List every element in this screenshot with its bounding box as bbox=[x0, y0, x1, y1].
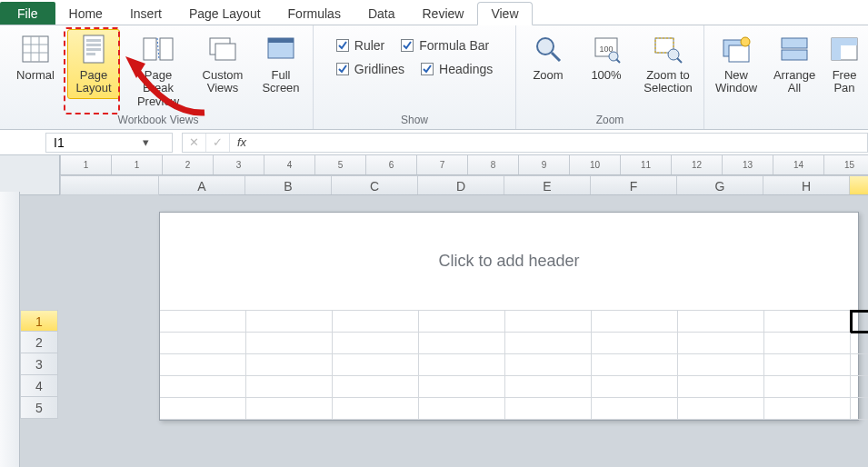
row-header-3[interactable]: 3 bbox=[20, 353, 58, 375]
cell[interactable] bbox=[333, 354, 419, 376]
cell[interactable] bbox=[764, 376, 851, 398]
cell[interactable] bbox=[764, 398, 851, 420]
row-header-5[interactable]: 5 bbox=[20, 397, 58, 419]
cell[interactable] bbox=[160, 311, 246, 333]
cell[interactable] bbox=[764, 354, 851, 376]
cell[interactable] bbox=[246, 311, 333, 333]
cancel-formula-icon[interactable]: ✕ bbox=[183, 134, 206, 152]
page-layout-view-button[interactable]: Page Layout bbox=[67, 29, 120, 99]
column-header-D[interactable]: D bbox=[418, 176, 504, 194]
tab-insert[interactable]: Insert bbox=[116, 2, 175, 25]
cell[interactable] bbox=[246, 398, 333, 420]
tab-review[interactable]: Review bbox=[409, 2, 478, 25]
row-header-2[interactable]: 2 bbox=[20, 332, 58, 353]
column-header-I[interactable] bbox=[850, 176, 868, 194]
svg-point-29 bbox=[741, 37, 750, 46]
ruler-checkbox[interactable]: Ruler bbox=[336, 38, 384, 53]
normal-view-label: Normal bbox=[16, 69, 55, 82]
cell[interactable] bbox=[246, 333, 333, 354]
cell[interactable] bbox=[505, 398, 592, 420]
cell[interactable] bbox=[678, 333, 764, 354]
cell[interactable] bbox=[851, 376, 868, 398]
page-layout-icon bbox=[77, 33, 110, 65]
zoom-button[interactable]: Zoom bbox=[522, 29, 574, 85]
cell[interactable] bbox=[160, 333, 246, 354]
cell[interactable] bbox=[592, 376, 678, 398]
name-box-dropdown-icon[interactable]: ▾ bbox=[137, 135, 154, 149]
select-all-corner[interactable] bbox=[0, 155, 60, 195]
normal-view-button[interactable]: Normal bbox=[9, 29, 62, 85]
enter-formula-icon[interactable]: ✓ bbox=[206, 134, 230, 152]
tab-file[interactable]: File bbox=[0, 2, 55, 25]
full-screen-button[interactable]: Full Screen bbox=[254, 29, 307, 99]
custom-views-button[interactable]: Custom Views bbox=[196, 29, 249, 99]
header-placeholder[interactable]: Click to add header bbox=[160, 213, 858, 311]
freeze-panes-button[interactable]: Free Pan bbox=[826, 29, 863, 99]
name-box-input[interactable] bbox=[46, 135, 137, 150]
column-header-C[interactable]: C bbox=[332, 176, 418, 194]
gridlines-label: Gridlines bbox=[354, 62, 404, 76]
gridlines-checkbox[interactable]: Gridlines bbox=[336, 62, 404, 76]
cell[interactable] bbox=[160, 354, 246, 376]
arrange-all-button[interactable]: Arrange All bbox=[768, 29, 821, 99]
cell[interactable] bbox=[505, 354, 592, 376]
cell[interactable] bbox=[851, 333, 868, 354]
cell[interactable] bbox=[246, 376, 333, 398]
column-header-G[interactable]: G bbox=[677, 176, 763, 194]
cell[interactable] bbox=[333, 311, 419, 333]
formula-input-area[interactable]: ✕ ✓ fx bbox=[182, 133, 868, 153]
column-header-B[interactable]: B bbox=[245, 176, 332, 194]
cell[interactable] bbox=[592, 311, 678, 333]
cell[interactable] bbox=[333, 398, 419, 420]
tab-data[interactable]: Data bbox=[354, 2, 409, 25]
cell[interactable] bbox=[592, 398, 678, 420]
cell-grid[interactable] bbox=[160, 311, 858, 420]
new-window-button[interactable]: New Window bbox=[710, 29, 763, 99]
row-header-1[interactable]: 1 bbox=[20, 310, 58, 332]
cell[interactable] bbox=[419, 354, 505, 376]
cell[interactable] bbox=[160, 398, 246, 420]
table-row bbox=[160, 376, 858, 398]
tab-formulas[interactable]: Formulas bbox=[274, 2, 354, 25]
tab-home[interactable]: Home bbox=[55, 2, 116, 25]
column-header-F[interactable]: F bbox=[591, 176, 677, 194]
column-header-H[interactable]: H bbox=[763, 176, 850, 194]
cell[interactable] bbox=[592, 333, 678, 354]
cell[interactable] bbox=[246, 354, 333, 376]
page-break-preview-button[interactable]: Page Break Preview bbox=[125, 29, 191, 112]
cell[interactable] bbox=[419, 333, 505, 354]
cell[interactable] bbox=[678, 376, 764, 398]
fx-label[interactable]: fx bbox=[230, 135, 254, 149]
cell[interactable] bbox=[419, 311, 505, 333]
cell[interactable] bbox=[333, 333, 419, 354]
cell[interactable] bbox=[851, 354, 868, 376]
cell[interactable] bbox=[851, 311, 868, 333]
name-box[interactable]: ▾ bbox=[45, 133, 173, 153]
cell[interactable] bbox=[419, 376, 505, 398]
custom-views-icon bbox=[206, 33, 239, 65]
column-header-E[interactable]: E bbox=[504, 176, 591, 194]
cell[interactable] bbox=[419, 398, 505, 420]
cell[interactable] bbox=[592, 354, 678, 376]
cell[interactable] bbox=[505, 333, 592, 354]
cell[interactable] bbox=[764, 311, 851, 333]
formula-bar-checkbox[interactable]: Formula Bar bbox=[401, 38, 489, 53]
cell[interactable] bbox=[678, 311, 764, 333]
zoom-100-button[interactable]: 100 100% bbox=[580, 29, 633, 85]
table-row bbox=[160, 354, 858, 376]
svg-rect-14 bbox=[215, 44, 235, 60]
row-header-4[interactable]: 4 bbox=[20, 375, 58, 397]
headings-checkbox[interactable]: Headings bbox=[421, 62, 493, 76]
cell[interactable] bbox=[333, 376, 419, 398]
tab-page-layout[interactable]: Page Layout bbox=[175, 2, 274, 25]
column-header-A[interactable]: A bbox=[159, 176, 245, 194]
cell[interactable] bbox=[764, 333, 851, 354]
cell[interactable] bbox=[505, 376, 592, 398]
cell[interactable] bbox=[505, 311, 592, 333]
cell[interactable] bbox=[160, 376, 246, 398]
cell[interactable] bbox=[678, 354, 764, 376]
zoom-to-selection-button[interactable]: Zoom to Selection bbox=[638, 29, 698, 99]
cell[interactable] bbox=[851, 398, 868, 420]
cell[interactable] bbox=[678, 398, 764, 420]
tab-view[interactable]: View bbox=[477, 2, 532, 25]
